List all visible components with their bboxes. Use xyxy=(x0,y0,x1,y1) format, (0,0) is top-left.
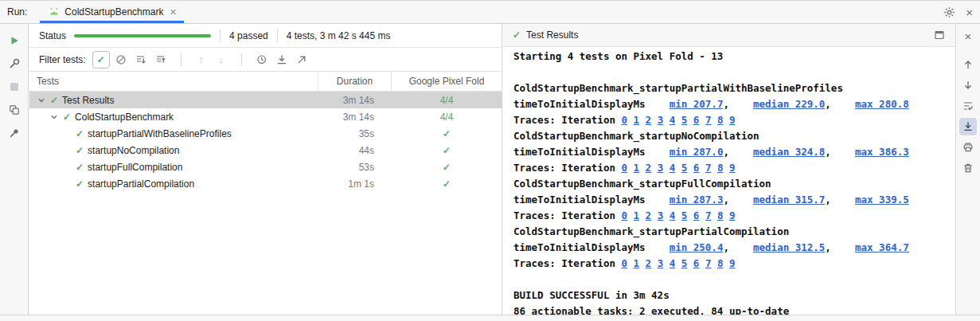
median-link[interactable]: median 312.5 xyxy=(753,241,825,253)
console-line: Traces: Iteration 0 1 2 3 4 5 6 7 8 9 xyxy=(513,256,955,272)
max-link[interactable]: max 386.3 xyxy=(855,146,909,158)
test-history-icon[interactable] xyxy=(253,51,271,69)
expand-all-icon[interactable] xyxy=(132,51,150,69)
min-link[interactable]: min 287.3 xyxy=(670,194,724,206)
console-text xyxy=(639,209,646,221)
device-passed-icon: ✓ xyxy=(392,162,502,172)
test-row[interactable]: ✓startupPartialCompilation1m 1s✓ xyxy=(29,175,502,192)
run-tab[interactable]: ColdStartupBenchmark × xyxy=(40,1,183,23)
console-text: ColdStartupBenchmark_startupFullCompilat… xyxy=(513,178,771,190)
run-bar-actions: × xyxy=(940,3,980,21)
next-failed-test-icon[interactable]: ↓ xyxy=(213,51,230,69)
console-text xyxy=(639,162,646,174)
min-link[interactable]: min 287.0 xyxy=(670,146,724,158)
close-console-icon[interactable]: × xyxy=(959,27,977,45)
print-icon[interactable] xyxy=(959,139,977,156)
iteration-link[interactable]: 1 xyxy=(634,209,640,221)
run-content: Status 4 passed 4 tests, 3 m 42 s 445 ms… xyxy=(0,23,980,315)
previous-failed-test-icon[interactable]: ↑ xyxy=(193,51,210,69)
show-ignored-filter-icon[interactable] xyxy=(112,51,130,69)
chevron-down-icon[interactable] xyxy=(49,113,59,121)
console-text: ColdStartupBenchmark_startupPartialCompi… xyxy=(513,225,789,237)
settings-gear-icon[interactable] xyxy=(940,3,958,21)
console-text xyxy=(639,257,646,269)
median-link[interactable]: median 315.7 xyxy=(753,194,825,206)
column-duration[interactable]: Duration xyxy=(318,72,392,91)
edit-configuration-wrench-icon[interactable] xyxy=(6,55,23,72)
iteration-link[interactable]: 9 xyxy=(729,162,736,174)
test-row[interactable]: ✓startupPartialWithBaselineProfiles35s✓ xyxy=(29,125,502,142)
console-output[interactable]: Starting 4 tests on Pixel Fold - 13 Cold… xyxy=(503,47,955,315)
column-tests[interactable]: Tests xyxy=(29,72,318,91)
import-tests-icon[interactable] xyxy=(273,51,291,69)
iteration-link[interactable]: 2 xyxy=(646,209,652,221)
max-link[interactable]: max 280.8 xyxy=(855,98,909,110)
iteration-link[interactable]: 1 xyxy=(634,114,640,126)
up-arrow-icon: ↑ xyxy=(198,53,204,65)
status-label: Status xyxy=(39,30,66,41)
iteration-link[interactable]: 0 xyxy=(621,209,627,221)
median-link[interactable]: median 324.8 xyxy=(753,146,825,158)
test-duration: 44s xyxy=(318,145,392,156)
collapse-all-icon[interactable] xyxy=(152,51,170,69)
stop-button[interactable] xyxy=(6,78,23,96)
iteration-link[interactable]: 1 xyxy=(634,162,640,174)
console-title: Test Results xyxy=(526,29,578,41)
console-text xyxy=(627,257,634,269)
column-google-pixel-fold[interactable]: Google Pixel Fold xyxy=(392,72,502,91)
filter-toolbar: Filter tests: ✓ ↑ ↓ xyxy=(29,48,502,72)
iteration-link[interactable]: 0 xyxy=(621,257,627,269)
device-result-count: 4/4 xyxy=(392,95,502,106)
export-tests-icon[interactable] xyxy=(293,51,310,69)
show-passed-filter-icon[interactable]: ✓ xyxy=(92,51,110,69)
iteration-link[interactable]: 8 xyxy=(717,114,724,126)
clear-console-trash-icon[interactable] xyxy=(959,159,977,177)
console-line: ColdStartupBenchmark_startupPartialCompi… xyxy=(513,224,955,240)
run-label: Run: xyxy=(0,6,30,18)
run-tab-title: ColdStartupBenchmark xyxy=(64,6,163,18)
iteration-link[interactable]: 8 xyxy=(717,209,724,221)
test-row[interactable]: ✓startupFullCompilation53s✓ xyxy=(29,159,502,175)
iteration-link[interactable]: 0 xyxy=(621,114,627,126)
scroll-to-end-icon[interactable] xyxy=(959,118,977,135)
iteration-link[interactable]: 1 xyxy=(634,257,640,269)
iteration-link[interactable]: 9 xyxy=(729,114,736,126)
min-link[interactable]: min 207.7 xyxy=(670,98,724,110)
console-text xyxy=(724,257,730,269)
pin-tab-icon[interactable] xyxy=(6,124,23,142)
rerun-tests-button[interactable] xyxy=(6,32,23,49)
console-text xyxy=(651,209,658,221)
max-link[interactable]: max 364.7 xyxy=(855,241,909,253)
test-row[interactable]: ✓ColdStartupBenchmark3m 14s4/4 xyxy=(29,108,502,125)
test-progress-bar xyxy=(74,34,211,37)
soft-wrap-icon[interactable] xyxy=(959,97,977,115)
iteration-link[interactable]: 2 xyxy=(646,162,652,174)
chevron-down-icon[interactable] xyxy=(36,96,46,104)
console-header: ✓ Test Results xyxy=(503,24,955,47)
test-name-cell: ✓ColdStartupBenchmark xyxy=(29,112,318,123)
hide-panel-icon[interactable]: × xyxy=(966,6,973,18)
test-row[interactable]: ✓Test Results3m 14s4/4 xyxy=(29,92,502,108)
test-row[interactable]: ✓startupNoCompilation44s✓ xyxy=(29,142,502,159)
iteration-link[interactable]: 9 xyxy=(729,257,736,269)
tab-close-icon[interactable]: × xyxy=(170,6,176,18)
console-text xyxy=(687,114,693,126)
test-duration: 35s xyxy=(318,128,392,139)
iteration-link[interactable]: 2 xyxy=(646,114,652,126)
restore-layout-icon[interactable] xyxy=(6,101,23,119)
next-occurrence-icon[interactable] xyxy=(959,76,977,94)
console-line: timeToInitialDisplayMs min 207.7, median… xyxy=(513,96,955,112)
test-passed-icon: ✓ xyxy=(76,129,84,139)
iteration-link[interactable]: 8 xyxy=(717,257,724,269)
min-link[interactable]: min 250.4 xyxy=(670,241,724,253)
median-link[interactable]: median 229.0 xyxy=(753,98,825,110)
test-tree-panel: Status 4 passed 4 tests, 3 m 42 s 445 ms… xyxy=(29,24,502,315)
iteration-link[interactable]: 2 xyxy=(646,257,652,269)
console-text xyxy=(663,114,670,126)
iteration-link[interactable]: 9 xyxy=(729,209,736,221)
max-link[interactable]: max 339.5 xyxy=(855,194,909,206)
prev-occurrence-icon[interactable] xyxy=(959,56,977,73)
iteration-link[interactable]: 0 xyxy=(621,162,627,174)
dock-window-icon[interactable] xyxy=(931,26,948,44)
iteration-link[interactable]: 8 xyxy=(717,162,724,174)
